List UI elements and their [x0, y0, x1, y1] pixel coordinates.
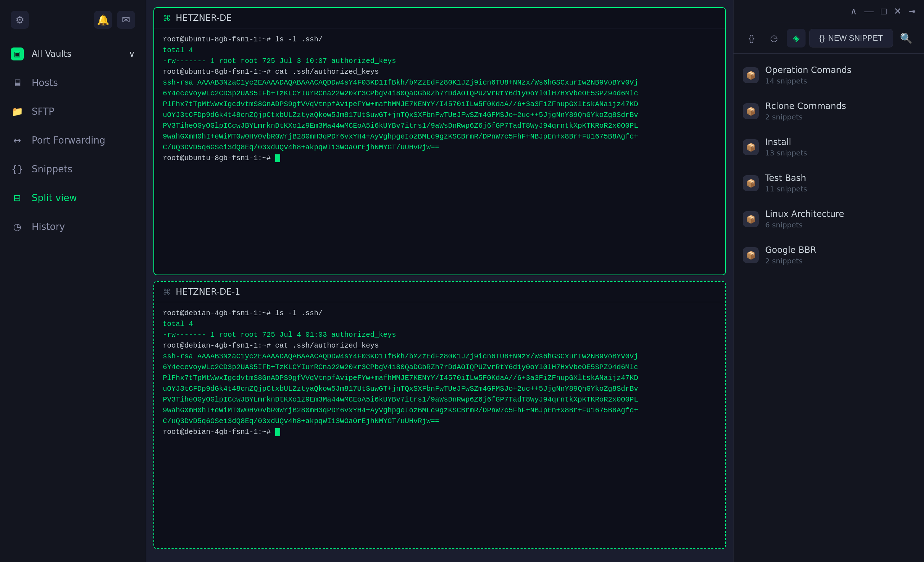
tab-clock[interactable]: ◷	[765, 29, 783, 48]
notifications-button[interactable]: 🔔	[94, 11, 112, 29]
mail-button[interactable]: ✉	[117, 11, 135, 29]
sidebar-item-hosts[interactable]: 🖥 Hosts	[0, 68, 146, 97]
terminal-body-2[interactable]: root@debian-4gb-fsn1-1:~# ls -l .ssh/ to…	[154, 302, 725, 549]
sidebar-item-label: Snippets	[32, 164, 72, 175]
new-snippet-icon: {}	[819, 33, 825, 43]
minimize-button[interactable]: —	[864, 6, 874, 17]
snippet-item-linux-architecture[interactable]: 📦 Linux Architecture 6 snippets	[734, 201, 924, 237]
terminal-header-2: ⌘ HETZNER-DE-1	[154, 282, 725, 302]
terminal-output-1b: -rw------- 1 root root 725 Jul 3 10:07 a…	[163, 57, 396, 65]
chevron-up-button[interactable]: ∧	[850, 6, 857, 17]
new-snippet-button[interactable]: {} NEW SNIPPET	[809, 29, 893, 48]
terminals-container: ⌘ HETZNER-DE root@ubuntu-8gb-fsn1-1:~# l…	[146, 0, 733, 562]
snippet-name-install: Install	[765, 137, 807, 147]
sidebar-item-history[interactable]: ◷ History	[0, 212, 146, 241]
terminal-output-2h: 9wahGXmH0hI+eWiMT0w0HV0vbR0WrjB280mH3qPD…	[163, 406, 638, 414]
terminal-prompt-1: root@ubuntu-8gb-fsn1-1:~#	[163, 35, 271, 43]
all-vaults-label: All Vaults	[32, 49, 71, 59]
snippet-item-text-operation-commands: Operation Comands 14 snippets	[765, 65, 852, 85]
snippet-name-test-bash: Test Bash	[765, 173, 807, 183]
sidebar-item-label: SFTP	[32, 106, 54, 117]
terminal-prompt-1c: root@ubuntu-8gb-fsn1-1:~#	[163, 154, 275, 162]
snippet-count-google-bbr: 2 snippets	[765, 257, 816, 265]
sidebar: ⚙ 🔔 ✉ ▣ All Vaults ∨ 🖥 Hosts 📁 SFTP ↔ Po…	[0, 0, 146, 562]
search-icon: 🔍	[900, 32, 912, 44]
sidebar-right-icons: 🔔 ✉	[94, 11, 135, 29]
tab-code[interactable]: {}	[742, 29, 761, 48]
close-button[interactable]: ✕	[894, 6, 902, 17]
terminal-output-2f: uOYJ3tCFDp9dGk4t48cnZQjpCtxbULZztyaQkow5…	[163, 385, 638, 393]
terminal-output-2d: 6Y4ecevoyWLc2CD3p2UAS5IFb+TzKLCYIurRCna2…	[163, 363, 638, 371]
snippet-item-text-google-bbr: Google BBR 2 snippets	[765, 245, 816, 265]
sidebar-header: ⚙ 🔔 ✉	[0, 7, 146, 40]
right-panel: ∧ — □ ✕ ⇥ {} ◷ ◈ {} NEW SNIPPET 🔍 📦 Oper…	[733, 0, 924, 562]
terminal-output-1i: C/uQ3DvD5q6GSei3dQ8Eq/03xdUQv4h8+akpqWI1…	[163, 143, 440, 151]
snippet-count-install: 13 snippets	[765, 149, 807, 157]
snippet-icon-linux-architecture: 📦	[743, 211, 759, 227]
terminal-output-1d: 6Y4ecevoyWLc2CD3p2UAS5IFb+TzKLCYIurRCna2…	[163, 89, 638, 97]
snippet-item-rclone-commands[interactable]: 📦 Rclone Commands 2 snippets	[734, 93, 924, 129]
right-panel-header: ∧ — □ ✕ ⇥	[734, 0, 924, 23]
hosts-icon: 🖥	[11, 76, 24, 89]
maximize-button[interactable]: □	[881, 6, 886, 17]
terminal-output-1g: PV3TiheOGyOGlpICcwJBYLmrknDtKXo1z9Em3Ma4…	[163, 122, 638, 130]
terminal-prompt-2b: root@debian-4gb-fsn1-1:~#	[163, 341, 271, 350]
window-controls: ∧ — □ ✕ ⇥	[850, 6, 915, 17]
snippet-item-test-bash[interactable]: 📦 Test Bash 11 snippets	[734, 165, 924, 201]
snippet-icon-install: 📦	[743, 139, 759, 155]
snippet-item-operation-commands[interactable]: 📦 Operation Comands 14 snippets	[734, 57, 924, 93]
terminal-host-1: HETZNER-DE	[176, 13, 231, 23]
terminal-cmd-1: ls -l .ssh/	[271, 35, 322, 43]
terminal-cursor-1	[275, 154, 280, 162]
terminal-panel-2[interactable]: ⌘ HETZNER-DE-1 root@debian-4gb-fsn1-1:~#…	[153, 281, 726, 549]
right-panel-tabs: {} ◷ ◈ {} NEW SNIPPET 🔍	[734, 23, 924, 54]
tab-palette[interactable]: ◈	[787, 29, 806, 48]
terminal-output-1c: ssh-rsa AAAAB3NzaC1yc2EAAAADAQABAAACAQDD…	[163, 78, 638, 87]
terminal-output-2i: C/uQ3DvD5q6GSei3dQ8Eq/03xdUQv4h8+akpqWI1…	[163, 417, 440, 425]
terminal-icon-2: ⌘	[163, 287, 171, 296]
bell-icon: 🔔	[97, 14, 110, 26]
terminal-header-1: ⌘ HETZNER-DE	[154, 8, 725, 28]
sidebar-item-label: Hosts	[32, 77, 58, 88]
terminal-output-1f: uOYJ3tCFDp9dGk4t48cnZQjpCtxbULZztyaQkow5…	[163, 111, 638, 119]
port-forwarding-icon: ↔	[11, 134, 24, 147]
snippet-list: 📦 Operation Comands 14 snippets 📦 Rclone…	[734, 54, 924, 562]
snippet-item-text-rclone-commands: Rclone Commands 2 snippets	[765, 101, 846, 121]
terminal-prompt-1b: root@ubuntu-8gb-fsn1-1:~#	[163, 68, 271, 76]
terminal-prompt-2a: root@debian-4gb-fsn1-1:~#	[163, 309, 271, 317]
snippet-name-linux-architecture: Linux Architecture	[765, 209, 844, 219]
snippet-count-operation-commands: 14 snippets	[765, 77, 852, 85]
snippet-item-text-test-bash: Test Bash 11 snippets	[765, 173, 807, 193]
sidebar-item-port-forwarding[interactable]: ↔ Port Forwarding	[0, 126, 146, 155]
snippets-icon: {}	[11, 163, 24, 176]
sidebar-item-label: Port Forwarding	[32, 135, 105, 146]
terminal-output-2g: PV3TiheOGyOGlpICcwJBYLmrknDtKXo1z9Em3Ma4…	[163, 395, 638, 404]
terminal-body-1[interactable]: root@ubuntu-8gb-fsn1-1:~# ls -l .ssh/ to…	[154, 28, 725, 275]
snippet-name-rclone-commands: Rclone Commands	[765, 101, 846, 111]
chevron-down-icon: ∨	[129, 49, 135, 59]
sidebar-item-label: Split view	[32, 193, 77, 203]
snippet-item-install[interactable]: 📦 Install 13 snippets	[734, 129, 924, 165]
settings-button[interactable]: ⚙	[11, 11, 29, 29]
search-button[interactable]: 🔍	[897, 29, 915, 48]
dock-button[interactable]: ⇥	[909, 7, 915, 16]
snippet-item-google-bbr[interactable]: 📦 Google BBR 2 snippets	[734, 237, 924, 273]
vault-icon: ▣	[11, 48, 24, 60]
snippet-count-linux-architecture: 6 snippets	[765, 221, 844, 229]
sidebar-item-snippets[interactable]: {} Snippets	[0, 155, 146, 184]
tab-icons-group: {} ◷ ◈	[742, 29, 806, 48]
snippet-count-rclone-commands: 2 snippets	[765, 113, 846, 121]
terminal-panel-1[interactable]: ⌘ HETZNER-DE root@ubuntu-8gb-fsn1-1:~# l…	[153, 7, 726, 275]
terminal-output-2e: PlFhx7tTpMtWwxIgcdvtmS8GnADPS9gfVVqVtnpf…	[163, 374, 638, 382]
all-vaults-left: ▣ All Vaults	[11, 48, 71, 60]
terminal-cmd-2b: cat .ssh/authorized_keys	[271, 341, 379, 350]
snippet-icon-operation-commands: 📦	[743, 67, 759, 83]
snippet-item-text-linux-architecture: Linux Architecture 6 snippets	[765, 209, 844, 229]
sidebar-item-split-view[interactable]: ⊟ Split view	[0, 184, 146, 212]
main-content: ⌘ HETZNER-DE root@ubuntu-8gb-fsn1-1:~# l…	[146, 0, 733, 562]
terminal-output-1a: total 4	[163, 46, 193, 54]
sidebar-item-sftp[interactable]: 📁 SFTP	[0, 97, 146, 126]
terminal-cmd-1b: cat .ssh/authorized_keys	[271, 68, 379, 76]
mail-icon: ✉	[122, 14, 130, 26]
all-vaults-button[interactable]: ▣ All Vaults ∨	[0, 40, 146, 68]
